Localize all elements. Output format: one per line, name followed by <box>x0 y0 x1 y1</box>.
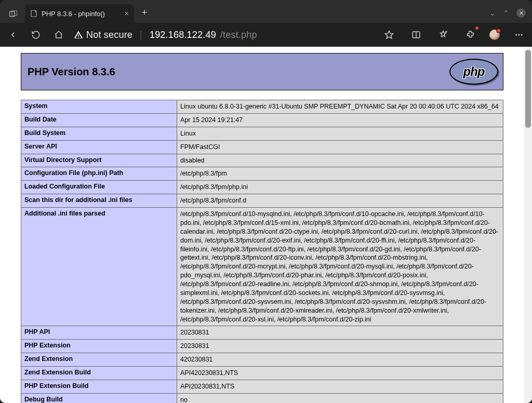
add-bookmark-button[interactable] <box>435 27 451 43</box>
warning-icon <box>74 30 83 39</box>
table-row: PHP Extension BuildAPI20230831,NTS <box>21 380 503 393</box>
info-key: System <box>21 100 177 114</box>
new-tab-button[interactable]: + <box>136 4 153 21</box>
svg-point-6 <box>515 34 517 36</box>
php-logo[interactable]: php <box>448 58 500 86</box>
table-row: Loaded Configuration File/etc/php/8.3/fp… <box>21 181 503 194</box>
tab-title: PHP 8.3.6 - phpinfo() <box>42 10 105 18</box>
info-value: /etc/php/8.3/fpm <box>177 167 503 181</box>
reload-button[interactable] <box>28 27 44 43</box>
info-value: Linux <box>177 127 503 140</box>
page-content: PHP Version 8.3.6 php SystemLinux ubuntu… <box>0 47 524 403</box>
info-value: API20230831,NTS <box>177 380 503 393</box>
info-key: PHP Extension <box>21 340 177 353</box>
info-value: API420230831,NTS <box>177 367 503 380</box>
bookmark-button[interactable] <box>381 27 397 43</box>
vertical-scrollbar[interactable] <box>524 47 532 403</box>
info-value: /etc/php/8.3/fpm/php.ini <box>177 181 503 194</box>
table-row: Debug Buildno <box>21 393 503 403</box>
window-titlebar: PHP 8.3.6 - phpinfo() × + ⌄ ⌃ ✕ <box>0 0 532 23</box>
profile-avatar[interactable] <box>489 30 500 40</box>
extensions-button[interactable] <box>462 27 478 43</box>
info-key: Zend Extension <box>21 353 177 367</box>
more-menu-button[interactable] <box>511 27 527 43</box>
info-value: no <box>177 393 503 403</box>
info-key: Configuration File (php.ini) Path <box>21 167 177 181</box>
reading-list-button[interactable] <box>408 27 424 43</box>
browser-tab[interactable]: PHP 8.3.6 - phpinfo() × <box>25 4 134 23</box>
window-maximize-icon[interactable]: ⌃ <box>503 9 509 17</box>
info-key: Debug Build <box>21 393 177 403</box>
info-value: Linux ubuntu 6.8.0-31-generic #31-Ubuntu… <box>177 100 503 114</box>
address-bar[interactable]: Not secure | 192.168.122.49/test.php <box>74 30 257 41</box>
table-row: Virtual Directory Supportdisabled <box>21 154 503 167</box>
back-button[interactable] <box>5 27 21 43</box>
page-title: PHP Version 8.3.6 <box>28 66 115 78</box>
table-row: Build DateApr 15 2024 19:21:47 <box>21 113 503 127</box>
info-key: PHP API <box>21 326 177 340</box>
table-row: Scan this dir for additional .ini files/… <box>21 194 503 208</box>
table-row: PHP API20230831 <box>21 326 503 340</box>
table-row: Server APIFPM/FastCGI <box>21 140 503 154</box>
url-host: 192.168.122.49 <box>150 30 216 41</box>
svg-point-8 <box>521 34 523 36</box>
svg-point-7 <box>518 34 520 36</box>
home-button[interactable] <box>51 27 66 43</box>
info-key: Server API <box>21 140 177 154</box>
window-close-button[interactable]: ✕ <box>516 8 526 18</box>
tab-close-button[interactable]: × <box>125 10 129 17</box>
info-value: 420230831 <box>177 353 503 367</box>
table-row: Additional .ini files parsed/etc/php/8.3… <box>21 208 503 326</box>
info-key: Additional .ini files parsed <box>21 208 177 326</box>
window-minimize-icon[interactable]: ⌄ <box>489 9 496 17</box>
info-key: Build System <box>21 127 177 140</box>
php-logo-text: php <box>463 64 485 79</box>
info-value: 20230831 <box>177 340 503 353</box>
tab-favicon-icon <box>30 10 37 17</box>
table-row: Zend Extension420230831 <box>21 353 503 367</box>
info-value: Apr 15 2024 19:21:47 <box>177 113 503 127</box>
browser-toolbar: Not secure | 192.168.122.49/test.php <box>0 23 532 47</box>
tab-overview-icon[interactable] <box>4 10 23 23</box>
info-key: PHP Extension Build <box>21 380 177 393</box>
table-row: PHP Extension20230831 <box>21 340 503 353</box>
table-row: SystemLinux ubuntu 6.8.0-31-generic #31-… <box>21 100 503 114</box>
info-value: disabled <box>177 154 503 167</box>
url-path: /test.php <box>220 30 257 41</box>
not-secure-label: Not secure <box>86 30 132 41</box>
not-secure-indicator[interactable]: Not secure <box>74 30 132 41</box>
phpinfo-header: PHP Version 8.3.6 php <box>21 53 503 90</box>
info-key: Scan this dir for additional .ini files <box>21 194 177 208</box>
scrollbar-thumb[interactable] <box>525 50 531 128</box>
table-row: Zend Extension BuildAPI420230831,NTS <box>21 367 503 380</box>
table-row: Build SystemLinux <box>21 127 503 140</box>
info-key: Zend Extension Build <box>21 367 177 380</box>
page-viewport: PHP Version 8.3.6 php SystemLinux ubuntu… <box>0 47 532 403</box>
info-value: 20230831 <box>177 326 503 340</box>
info-key: Build Date <box>21 113 177 127</box>
phpinfo-table: SystemLinux ubuntu 6.8.0-31-generic #31-… <box>21 100 503 403</box>
info-value: /etc/php/8.3/fpm/conf.d/10-mysqlnd.ini, … <box>177 208 503 326</box>
info-key: Loaded Configuration File <box>21 181 177 194</box>
info-key: Virtual Directory Support <box>21 154 177 167</box>
address-separator: | <box>137 30 145 41</box>
info-value: /etc/php/8.3/fpm/conf.d <box>177 194 503 208</box>
info-value: FPM/FastCGI <box>177 140 503 154</box>
table-row: Configuration File (php.ini) Path/etc/ph… <box>21 167 503 181</box>
window-controls: ⌄ ⌃ ✕ <box>489 8 532 23</box>
